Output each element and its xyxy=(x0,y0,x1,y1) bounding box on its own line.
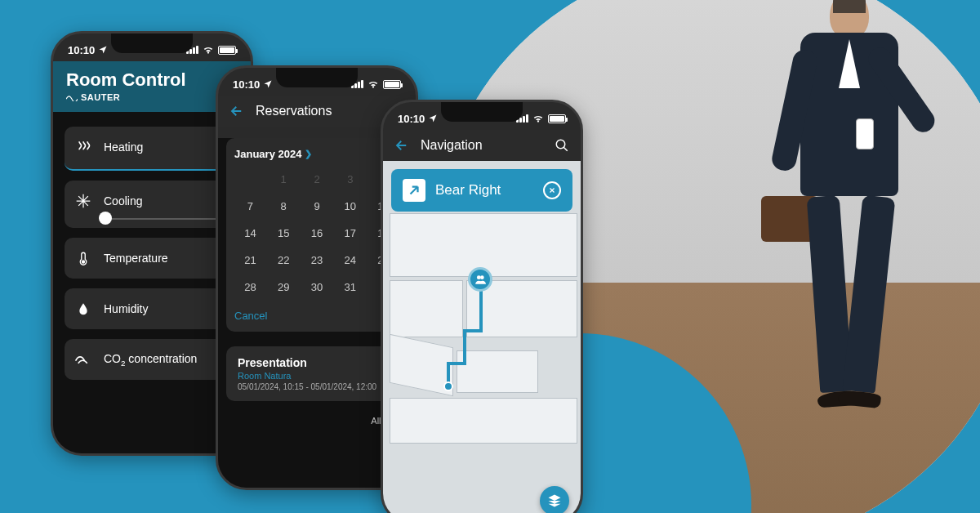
calendar-day[interactable]: 14 xyxy=(234,222,266,244)
businessman-figure xyxy=(751,0,947,449)
control-humidity[interactable]: Humidity xyxy=(65,288,239,329)
calendar-day[interactable]: 29 xyxy=(268,276,300,298)
floor-plan xyxy=(383,161,581,513)
control-label: CO2 concentration xyxy=(104,352,197,368)
phone-notch xyxy=(441,102,523,122)
back-button[interactable] xyxy=(394,138,409,153)
calendar-day[interactable]: 16 xyxy=(301,222,333,244)
brand-label: SAUTER xyxy=(66,92,238,102)
page-title: Reservations xyxy=(256,104,332,118)
calendar-day[interactable]: 22 xyxy=(268,249,300,271)
control-label: Humidity xyxy=(104,302,148,315)
navigation-header: Navigation xyxy=(383,130,581,161)
status-time: 10:10 xyxy=(233,78,260,91)
control-label: Heating xyxy=(104,141,143,154)
back-button[interactable] xyxy=(229,104,244,118)
calendar-day[interactable]: 30 xyxy=(301,276,333,298)
floor-map[interactable]: Bear Right xyxy=(383,161,581,513)
phone-notch xyxy=(276,68,358,87)
user-location-marker xyxy=(468,267,492,292)
calendar-day[interactable]: 3 xyxy=(334,168,366,190)
status-time: 10:10 xyxy=(398,113,425,125)
page-title: Navigation xyxy=(421,138,543,153)
calendar-month-selector[interactable]: January 2024 ❯ xyxy=(234,148,399,160)
location-arrow-icon xyxy=(428,114,438,123)
status-time: 10:10 xyxy=(68,44,95,56)
destination-marker xyxy=(443,381,453,391)
control-temperature[interactable]: Temperature xyxy=(65,238,239,279)
thermometer-icon xyxy=(74,249,92,267)
battery-icon xyxy=(548,114,566,123)
chevron-right-icon: ❯ xyxy=(305,149,312,159)
svg-point-3 xyxy=(480,275,484,279)
calendar-day[interactable]: 9 xyxy=(301,195,333,217)
reservation-title: Presentation xyxy=(238,356,396,369)
calendar-day[interactable]: 15 xyxy=(268,222,300,244)
cooling-slider[interactable] xyxy=(104,218,228,220)
battery-icon xyxy=(383,80,401,89)
wifi-icon xyxy=(368,78,379,90)
calendar-day[interactable]: 23 xyxy=(301,249,333,271)
calendar-day[interactable]: 21 xyxy=(234,249,266,271)
sauter-logo-icon xyxy=(66,93,78,101)
control-label: Cooling xyxy=(104,194,142,207)
slider-thumb[interactable] xyxy=(99,212,112,225)
heating-icon xyxy=(74,138,92,156)
control-co2[interactable]: CO2 concentration xyxy=(65,339,239,380)
calendar-day-empty xyxy=(234,168,266,190)
control-label: Temperature xyxy=(104,252,168,265)
page-title: Room Control xyxy=(66,69,238,91)
layers-button[interactable] xyxy=(540,486,569,513)
wifi-icon xyxy=(532,113,544,124)
location-arrow-icon xyxy=(98,45,108,55)
battery-icon xyxy=(218,46,236,55)
reservation-room: Room Natura xyxy=(238,371,396,381)
close-direction-button[interactable] xyxy=(543,181,561,199)
cooling-icon xyxy=(74,192,92,210)
svg-point-0 xyxy=(82,261,85,263)
control-cooling[interactable]: Cooling xyxy=(65,181,239,228)
control-heating[interactable]: Heating xyxy=(65,127,239,171)
svg-point-2 xyxy=(477,275,481,279)
calendar-day[interactable]: 2 xyxy=(301,168,333,190)
calendar-day[interactable]: 24 xyxy=(334,249,366,271)
droplet-icon xyxy=(74,300,92,318)
calendar-day[interactable]: 28 xyxy=(234,276,266,298)
svg-point-1 xyxy=(556,140,565,149)
calendar-cancel-button[interactable]: Cancel xyxy=(234,310,399,322)
co2-icon xyxy=(74,350,92,368)
location-arrow-icon xyxy=(263,79,273,89)
reservation-time: 05/01/2024, 10:15 - 05/01/2024, 12:00 xyxy=(238,382,396,391)
bear-right-icon xyxy=(403,179,425,202)
phone-notch xyxy=(111,33,193,53)
search-button[interactable] xyxy=(555,138,569,153)
calendar-day[interactable]: 17 xyxy=(334,222,366,244)
direction-text: Bear Right xyxy=(435,182,533,199)
wifi-icon xyxy=(203,44,214,56)
calendar-day[interactable]: 7 xyxy=(234,195,266,217)
calendar-day[interactable]: 8 xyxy=(268,195,300,217)
calendar-day[interactable]: 1 xyxy=(268,168,300,190)
phone-navigation: 10:10 Navigation xyxy=(381,100,583,513)
handheld-phone xyxy=(856,118,874,149)
calendar-day[interactable]: 31 xyxy=(334,276,366,298)
direction-banner: Bear Right xyxy=(391,169,572,212)
calendar-day[interactable]: 10 xyxy=(334,195,366,217)
